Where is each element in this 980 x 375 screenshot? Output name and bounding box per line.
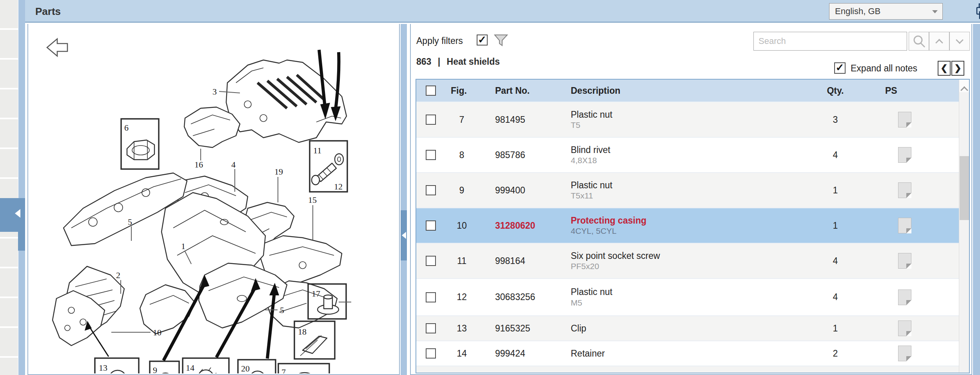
callout-13[interactable]: 13 — [99, 363, 107, 373]
section-heading: 863 | Heat shields — [416, 56, 504, 67]
search-button[interactable] — [909, 32, 929, 51]
printer-icon — [975, 3, 980, 21]
apply-filters-label: Apply filters — [416, 36, 463, 46]
header-fig: Fig. — [451, 86, 478, 96]
callout-14[interactable]: 14 — [186, 363, 194, 373]
diagram-panel: 6 — [27, 24, 400, 375]
collapsed-menu-rail — [0, 0, 18, 375]
row-checkbox[interactable] — [426, 348, 436, 359]
filter-funnel-icon[interactable] — [494, 34, 508, 49]
expand-all-notes-checkbox[interactable]: ✓ — [834, 62, 846, 74]
row-checkbox[interactable] — [426, 256, 436, 266]
callout-1[interactable]: 1 — [181, 241, 185, 251]
note-icon[interactable] — [898, 253, 911, 269]
callout-11[interactable]: 11 — [313, 146, 321, 155]
table-row[interactable]: 11 998164 Six point socket screw PF5x20 … — [416, 244, 969, 279]
callout-6[interactable]: 6 — [124, 123, 129, 133]
table-row[interactable]: 9 999400 Plastic nut T5x11 1 — [416, 173, 969, 208]
table-header-row: Fig. Part No. Description Qty. PS — [416, 80, 969, 102]
scrollbar-thumb[interactable] — [960, 156, 969, 220]
callout-15[interactable]: 15 — [308, 195, 317, 205]
window-right-strip — [973, 24, 980, 375]
next-row-partial — [416, 366, 969, 373]
scrollbar-up-button[interactable] — [959, 80, 969, 92]
search-prev-button[interactable] — [929, 32, 949, 51]
table-row-selected[interactable]: 10 31280620 Protecting casing 4CYL, 5CYL… — [416, 208, 969, 244]
callout-7[interactable]: 7 — [281, 367, 286, 373]
callout-4[interactable]: 4 — [231, 160, 236, 169]
inset-box-7[interactable] — [278, 364, 329, 373]
page-title: Parts — [35, 5, 61, 18]
section-divider: | — [438, 56, 440, 67]
parts-list-panel: Apply filters ✓ 863 | Heat shields ✓ Exp… — [410, 24, 972, 375]
top-bar: Parts English, GB — [25, 0, 980, 23]
search-input[interactable] — [753, 32, 907, 51]
select-all-checkbox[interactable] — [426, 86, 436, 96]
divider-collapse-handle[interactable] — [401, 210, 407, 260]
callout-3[interactable]: 3 — [212, 87, 217, 96]
search-icon — [913, 35, 926, 48]
expand-all-notes-label: Expand all notes — [851, 63, 917, 74]
note-icon[interactable] — [898, 346, 911, 361]
table-row[interactable]: 14 999424 Retainer 2 — [416, 341, 969, 366]
exploded-diagram: 6 — [28, 24, 399, 373]
header-description: Description — [571, 85, 822, 96]
collapse-left-arrow-icon — [15, 209, 20, 218]
callout-18[interactable]: 18 — [298, 327, 307, 337]
rail-collapse-handle-ext — [18, 232, 25, 251]
callout-16[interactable]: 16 — [194, 160, 203, 169]
callout-5-left[interactable]: 5 — [128, 217, 132, 227]
callout-10[interactable]: 10 — [153, 328, 162, 337]
header-part-no: Part No. — [495, 86, 566, 96]
table-row[interactable]: 8 985786 Blind rivet 4,8X18 4 — [416, 138, 969, 173]
row-checkbox[interactable] — [426, 220, 436, 231]
callout-5-right[interactable]: 5 — [280, 305, 284, 315]
collapse-left-arrow-icon — [402, 232, 406, 239]
chevron-down-icon — [956, 36, 964, 44]
pointer-arrow — [89, 327, 109, 357]
panel-collapse-strip[interactable] — [18, 0, 25, 375]
header-ps: PS — [885, 86, 897, 96]
parts-table: Fig. Part No. Description Qty. PS 7 9814… — [416, 79, 970, 373]
row-checkbox[interactable] — [426, 292, 436, 302]
callout-9[interactable]: 9 — [153, 365, 157, 373]
row-checkbox[interactable] — [426, 150, 436, 160]
table-row[interactable]: 7 981495 Plastic nut T5 3 — [416, 102, 969, 138]
note-icon[interactable] — [898, 320, 911, 336]
checkmark-icon: ✓ — [836, 62, 844, 73]
next-section-button[interactable]: ❯ — [951, 61, 964, 76]
checkmark-icon: ✓ — [478, 34, 486, 46]
header-qty: Qty. — [822, 86, 849, 96]
callout-2[interactable]: 2 — [116, 270, 120, 280]
print-button[interactable] — [975, 3, 980, 21]
table-row[interactable]: 12 30683256 Plastic nut M5 4 — [416, 279, 969, 316]
note-icon[interactable] — [898, 147, 911, 163]
apply-filters-checkbox[interactable]: ✓ — [477, 35, 488, 46]
panel-divider[interactable] — [401, 24, 407, 375]
callout-20[interactable]: 20 — [241, 364, 250, 373]
note-icon[interactable] — [898, 182, 911, 198]
language-select-value: English, GB — [835, 6, 880, 16]
note-icon[interactable] — [898, 112, 911, 127]
table-scrollbar[interactable] — [959, 80, 969, 373]
callout-12[interactable]: 12 — [334, 182, 343, 191]
table-row[interactable]: 13 9165325 Clip 1 — [416, 316, 969, 341]
chevron-down-icon — [932, 10, 938, 13]
row-checkbox[interactable] — [426, 323, 436, 333]
row-checkbox[interactable] — [426, 185, 436, 195]
chevron-up-icon — [935, 39, 943, 47]
rail-collapse-handle[interactable] — [0, 198, 25, 232]
callout-19[interactable]: 19 — [274, 167, 283, 177]
search-next-button[interactable] — [949, 32, 970, 51]
section-code: 863 — [416, 56, 431, 67]
back-arrow-icon[interactable] — [47, 39, 67, 56]
section-title: Heat shields — [447, 56, 500, 67]
part-shape-3[interactable] — [226, 60, 347, 142]
callout-17[interactable]: 17 — [312, 289, 320, 299]
note-icon[interactable] — [898, 289, 911, 305]
note-icon[interactable] — [898, 218, 911, 233]
part-shape-small-centre[interactable] — [140, 285, 195, 334]
language-select[interactable]: English, GB — [829, 3, 943, 20]
row-checkbox[interactable] — [426, 115, 436, 125]
previous-section-button[interactable]: ❮ — [938, 61, 951, 76]
